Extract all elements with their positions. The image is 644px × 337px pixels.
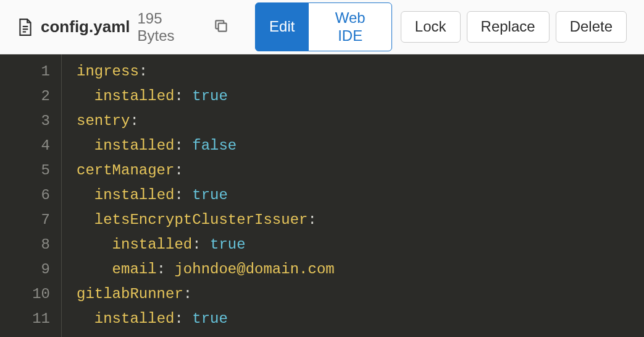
line-number: 6 (0, 183, 50, 208)
replace-button[interactable]: Replace (467, 11, 550, 43)
code-viewer: 1234567891011 ingress: installed: truese… (0, 54, 644, 337)
edit-button[interactable]: Edit (255, 2, 309, 52)
edit-button-group: Edit Web IDE (255, 2, 392, 52)
line-number: 2 (0, 84, 50, 109)
web-ide-button[interactable]: Web IDE (308, 2, 391, 52)
delete-button[interactable]: Delete (556, 11, 627, 43)
file-actions: Lock Replace Delete (401, 11, 627, 43)
line-number: 1 (0, 59, 50, 84)
code-line: gitlabRunner: (77, 282, 335, 307)
code-line: ingress: (77, 59, 335, 84)
file-icon (17, 18, 33, 36)
line-number: 7 (0, 208, 50, 232)
svg-rect-3 (219, 23, 227, 32)
line-number-gutter: 1234567891011 (0, 54, 62, 337)
code-line: installed: false (77, 134, 335, 158)
code-line: installed: true (77, 307, 335, 331)
line-number: 8 (0, 232, 50, 257)
code-line: email: johndoe@domain.com (77, 257, 335, 282)
code-content[interactable]: ingress: installed: truesentry: installe… (62, 54, 335, 337)
file-info: config.yaml 195 Bytes (17, 10, 198, 45)
lock-button[interactable]: Lock (401, 11, 461, 43)
code-line: installed: true (77, 232, 335, 257)
line-number: 4 (0, 134, 50, 158)
code-line: sentry: (77, 109, 335, 134)
copy-path-button[interactable] (209, 14, 233, 40)
file-size: 195 Bytes (137, 10, 198, 45)
code-line: installed: true (77, 183, 335, 208)
file-toolbar: config.yaml 195 Bytes Edit Web IDE Lock … (0, 0, 644, 54)
line-number: 5 (0, 158, 50, 183)
line-number: 3 (0, 109, 50, 134)
line-number: 11 (0, 307, 50, 331)
copy-icon (213, 27, 229, 36)
code-line: certManager: (77, 158, 335, 183)
file-name: config.yaml (41, 17, 130, 36)
line-number: 9 (0, 257, 50, 282)
line-number: 10 (0, 282, 50, 307)
code-line: letsEncryptClusterIssuer: (77, 208, 335, 232)
code-line: installed: true (77, 84, 335, 109)
